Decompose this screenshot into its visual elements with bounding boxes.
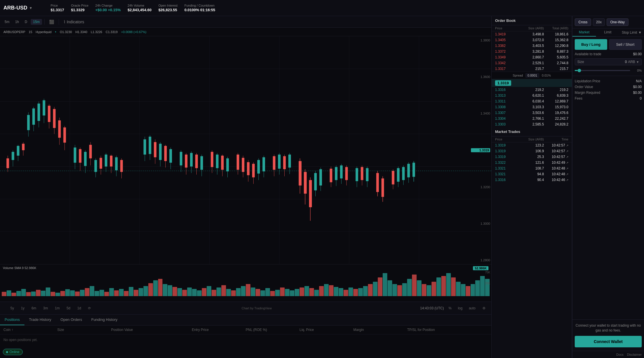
svg-rect-117	[330, 169, 332, 182]
top-bar: ARB-USD ▼ Price $1.3317 Oracle Price $1.…	[0, 0, 644, 16]
bid-row-2[interactable]: 1.3311 6,030.4 12,869.7	[492, 98, 572, 104]
log-btn[interactable]: log	[456, 305, 465, 311]
stop-limit-dropdown[interactable]: Stop Limit ▼	[620, 28, 644, 37]
market-btn[interactable]: Market	[572, 28, 596, 37]
mt-link-5[interactable]: ↗	[566, 173, 568, 176]
ask-row-5[interactable]: 1.3342 2,529.1 2,744.8	[492, 60, 572, 66]
vol-bar-11	[55, 293, 60, 296]
limit-btn[interactable]: Limit	[596, 28, 620, 37]
period-5y[interactable]: 5y	[8, 305, 16, 311]
chart-type-btn[interactable]: ⬛	[47, 18, 56, 25]
chart-canvas[interactable]: 1.3800 1.3600 1.3400 1.3319 1.3200 1.300…	[0, 36, 491, 264]
mt-col-size: Size (ARB)	[520, 138, 544, 141]
ask-row-1[interactable]: 1.3405 3,072.0 15,362.8	[492, 37, 572, 43]
ask-row-2[interactable]: 1.3382 3,403.5 12,290.8	[492, 43, 572, 49]
order-val-value: $0.00	[633, 85, 642, 89]
tab-positions[interactable]: Positions	[0, 315, 24, 325]
buy-sell-bar: Buy / Long Sell / Short	[575, 39, 642, 50]
mt-link-2[interactable]: ↗	[566, 155, 568, 159]
mt-link-1[interactable]: ↗	[566, 150, 568, 153]
bid-row-0[interactable]: 1.3316 219.2 219.2	[492, 87, 572, 93]
mt-price-6: 1.3316	[495, 178, 520, 182]
period-3m[interactable]: 3m	[41, 305, 50, 311]
settings-icon-btn[interactable]: ⚙	[480, 305, 488, 311]
ask-total-0: 18,861.6	[544, 32, 568, 36]
vol-bar-91	[446, 273, 451, 296]
vol-bar-25	[124, 291, 129, 296]
vol-bar-70	[344, 290, 348, 296]
bid-row-5[interactable]: 1.3304 2,766.1 22,242.7	[492, 116, 572, 121]
trading-pair[interactable]: ARB-USD ▼	[3, 5, 44, 11]
ask-price-4: 1.3349	[495, 55, 520, 59]
size-unit-dropdown[interactable]: ▼	[636, 60, 639, 64]
auto-btn[interactable]: auto	[467, 305, 478, 311]
bid-row-6[interactable]: 1.3303 2,585.5 24,828.2	[492, 121, 572, 127]
svg-rect-69	[180, 152, 182, 165]
market-trades-section: Market Trades Price Size (ARB) Time 1.33…	[492, 127, 572, 358]
vol-bar-78	[383, 273, 387, 296]
col-coin[interactable]: Coin ↑	[3, 328, 57, 332]
svg-rect-99	[273, 156, 275, 170]
pct-btn[interactable]: %	[446, 305, 454, 311]
volume-badge: 52.986K	[473, 266, 488, 270]
positions-header: Coin ↑ Size Position Value Entry Price P…	[0, 325, 491, 334]
period-1d[interactable]: 1d	[75, 305, 83, 311]
tab-funding-history[interactable]: Funding History	[87, 315, 122, 325]
indicators-btn[interactable]: ⌇ Indicators	[61, 18, 87, 25]
vol-bar-82	[402, 283, 407, 296]
mt-link-4[interactable]: ↗	[566, 167, 568, 170]
bid-row-4[interactable]: 1.3307 3,503.6 19,476.6	[492, 110, 572, 116]
ohlc-close: C1.3319	[106, 30, 118, 34]
disclaimer-link[interactable]: Disclaimer	[627, 353, 642, 356]
oneway-btn[interactable]: One-Way	[607, 18, 628, 26]
volume-sma-label: Volume SMA 9 52.986K	[3, 266, 36, 270]
size-slider-thumb[interactable]	[578, 69, 581, 72]
vol-bar-7	[36, 290, 41, 296]
period-6m[interactable]: 6m	[29, 305, 39, 311]
pair-chevron[interactable]: ▼	[29, 6, 32, 10]
svg-rect-131	[376, 173, 379, 192]
docs-link[interactable]: Docs	[616, 353, 624, 356]
svg-rect-97	[262, 157, 265, 172]
time-btn-15m[interactable]: 15m	[31, 19, 42, 25]
vol-bar-53	[260, 290, 265, 296]
mt-link-6[interactable]: ↗	[566, 178, 568, 182]
leverage-btn[interactable]: 20x	[593, 18, 605, 26]
time-btn-1h[interactable]: 1h	[13, 19, 21, 25]
bid-size-4: 3,503.6	[520, 111, 544, 115]
mt-link-0[interactable]: ↗	[566, 144, 568, 147]
mt-header: Price Size (ARB) Time	[492, 136, 572, 142]
svg-rect-141	[407, 164, 410, 177]
svg-rect-89	[242, 158, 244, 172]
period-5d[interactable]: 5d	[64, 305, 72, 311]
vol-bar-21	[104, 292, 109, 296]
ask-row-6[interactable]: 1.3317 215.7 215.7	[492, 66, 572, 72]
dropdown-chevron: ▼	[638, 31, 642, 35]
time-btn-D[interactable]: D	[22, 19, 30, 25]
size-value: 0	[625, 60, 627, 64]
ask-row-4[interactable]: 1.3349 2,860.7 5,605.5	[492, 54, 572, 60]
mt-link-3[interactable]: ↗	[566, 161, 568, 164]
sell-short-btn[interactable]: Sell / Short	[609, 39, 642, 50]
vol-bar-65	[319, 286, 324, 296]
replay-btn[interactable]: ⟳	[86, 305, 93, 311]
tab-open-orders[interactable]: Open Orders	[56, 315, 87, 325]
mt-size-1: 106.9	[520, 149, 544, 153]
size-input-row[interactable]: Size 0 ARB ▼	[575, 58, 642, 65]
period-1y[interactable]: 1y	[19, 305, 27, 311]
connect-wallet-btn[interactable]: Connect Wallet	[575, 336, 642, 347]
svg-rect-79	[211, 152, 213, 167]
bid-row-1[interactable]: 1.3313 6,620.1 6,839.3	[492, 93, 572, 98]
cross-btn[interactable]: Cross	[575, 18, 591, 26]
ask-row-0[interactable]: 1.3419 3,498.8 18,861.6	[492, 31, 572, 37]
bid-row-3[interactable]: 1.3308 3,103.3 15,973.0	[492, 104, 572, 110]
spread-value: 0.0001	[525, 73, 540, 78]
bid-price-4: 1.3307	[495, 111, 520, 115]
buy-long-btn[interactable]: Buy / Long	[575, 39, 607, 50]
size-slider-track[interactable]	[575, 70, 630, 71]
ask-row-3[interactable]: 1.3372 3,281.8 8,887.3	[492, 49, 572, 54]
period-1m[interactable]: 1m	[53, 305, 62, 311]
tab-trade-history[interactable]: Trade History	[24, 315, 56, 325]
time-btn-5m[interactable]: 5m	[2, 19, 12, 25]
col-tpsl: TP/SL for Position	[407, 328, 488, 332]
